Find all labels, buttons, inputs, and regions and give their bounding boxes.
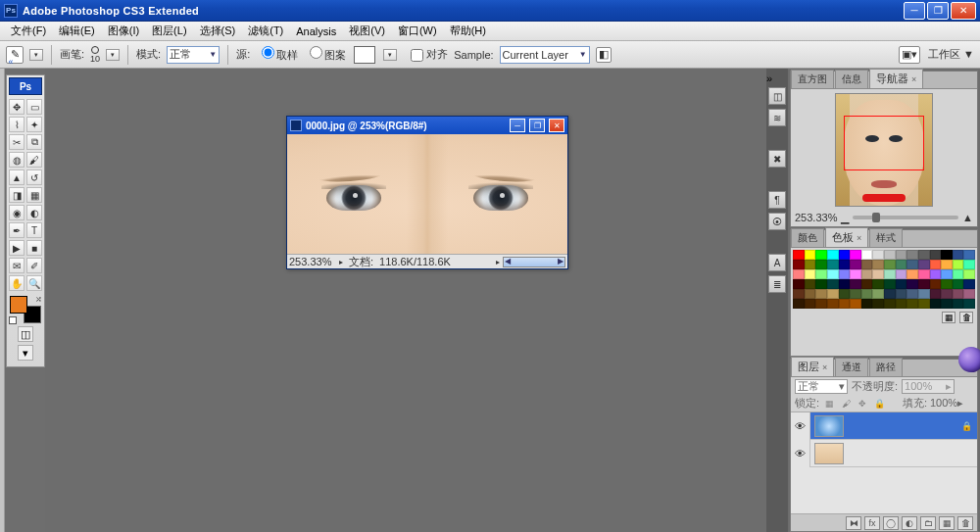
swatch-cell[interactable] [963,299,975,309]
zoom-tool[interactable]: 🔍 [26,275,42,291]
swatch-cell[interactable] [930,279,942,289]
menu-file[interactable]: 文件(F) [5,22,52,40]
swatch-cell[interactable] [941,289,953,299]
swatch-cell[interactable] [953,289,964,299]
swatch-cell[interactable] [839,250,851,260]
heal-tool[interactable]: ◍ [9,152,24,168]
tab-channels[interactable]: 通道 [835,358,868,376]
menu-layer[interactable]: 图层(L) [146,22,192,40]
ignore-adjustment-icon[interactable]: ◧ [596,47,612,63]
screenmode-toggle[interactable]: ▾ [18,345,33,361]
swatch-cell[interactable] [805,299,816,309]
adjustment-layer-button[interactable]: ◐ [902,516,917,530]
history-brush-tool[interactable]: ↺ [26,169,42,185]
swatch-cell[interactable] [918,250,930,260]
swatch-cell[interactable] [839,299,851,309]
swatch-cell[interactable] [827,250,839,260]
path-select-tool[interactable]: ▶ [9,240,24,256]
swatch-cell[interactable] [953,269,964,279]
swatch-cell[interactable] [872,250,884,260]
swatch-cell[interactable] [963,289,975,299]
swatch-cell[interactable] [930,289,942,299]
swatch-cell[interactable] [839,289,851,299]
foreground-color[interactable] [10,296,27,314]
zoom-out-icon[interactable]: ▁ [841,212,849,224]
swatch-cell[interactable] [839,269,851,279]
menu-filter[interactable]: 滤镜(T) [242,22,289,40]
swatch-cell[interactable] [827,269,839,279]
swatch-cell[interactable] [861,250,873,260]
swatch-cell[interactable] [861,299,873,309]
swatch-cell[interactable] [872,279,884,289]
swatch-cell[interactable] [906,250,918,260]
doc-minimize-button[interactable]: ─ [510,119,525,132]
swatch-cell[interactable] [850,289,861,299]
hand-tool[interactable]: ✋ [9,275,24,291]
workspace-menu[interactable]: 工作区 ▼ [928,47,974,62]
swatch-cell[interactable] [872,299,884,309]
color-picker[interactable]: ⤭ [9,295,42,324]
brush-preview-icon[interactable] [91,46,99,54]
tab-navigator[interactable]: 导航器× [869,69,923,88]
swatch-cell[interactable] [839,279,851,289]
eraser-tool[interactable]: ◨ [9,187,24,203]
link-layers-button[interactable]: ⧓ [846,516,861,530]
swatch-cell[interactable] [861,260,873,269]
tool-preset-dropdown[interactable]: ▾ [29,49,43,61]
lock-transparent-icon[interactable]: ▦ [822,397,836,411]
swatch-cell[interactable] [930,299,942,309]
fill-field[interactable]: 100%▸ [930,397,973,410]
swatch-cell[interactable] [827,299,839,309]
new-swatch-button[interactable]: ▦ [942,312,956,323]
sample-select[interactable]: Current Layer▼ [500,46,590,64]
swatch-cell[interactable] [815,269,827,279]
dock-layers-icon[interactable]: ≣ [768,275,786,293]
document-titlebar[interactable]: 0000.jpg @ 253%(RGB/8#) ─ ❐ ✕ [287,117,567,134]
swatch-cell[interactable] [963,269,975,279]
lock-position-icon[interactable]: ✥ [856,397,869,411]
dock-actions-icon[interactable]: ✖ [768,150,786,168]
delete-swatch-button[interactable]: 🗑 [959,312,973,323]
new-layer-button[interactable]: ▦ [939,516,955,530]
swatch-cell[interactable] [906,299,918,309]
visibility-eye-icon[interactable]: 👁 [791,440,810,467]
delete-layer-button[interactable]: 🗑 [957,516,973,530]
layer-mask-button[interactable]: ◯ [883,516,899,530]
menu-analysis[interactable]: Analysis [290,24,342,39]
lock-pixels-icon[interactable]: 🖌 [839,397,853,411]
swatch-cell[interactable] [906,260,918,269]
source-pattern-radio[interactable]: 图案 [304,46,346,63]
doc-maximize-button[interactable]: ❐ [529,119,545,132]
swatch-cell[interactable] [884,260,896,269]
dodge-tool[interactable]: ◐ [26,205,42,220]
swatch-cell[interactable] [953,279,964,289]
zoom-in-icon[interactable]: ▲ [962,212,973,223]
layer-fx-button[interactable]: fx [864,516,880,530]
maximize-button[interactable]: ❐ [927,2,949,20]
swatch-cell[interactable] [827,260,839,269]
brush-tool[interactable]: 🖌 [26,152,42,168]
swatch-cell[interactable] [884,289,896,299]
swatch-cell[interactable] [872,269,884,279]
tab-info[interactable]: 信息 [835,70,868,88]
slice-tool[interactable]: ⧉ [26,134,42,150]
swatch-cell[interactable] [815,289,827,299]
swatch-cell[interactable] [918,279,930,289]
document-canvas[interactable] [287,134,567,254]
swatch-cell[interactable] [963,279,975,289]
swatch-cell[interactable] [941,260,953,269]
swatch-cell[interactable] [896,260,907,269]
swatch-cell[interactable] [896,250,907,260]
swatch-cell[interactable] [918,299,930,309]
pattern-swatch[interactable] [354,46,375,64]
navigator-preview[interactable] [835,93,933,207]
swatch-cell[interactable] [918,260,930,269]
visibility-eye-icon[interactable]: 👁 [791,412,810,440]
swatch-cell[interactable] [884,250,896,260]
navigator-zoom-field[interactable]: 253.33% [795,212,837,223]
swatch-cell[interactable] [896,269,907,279]
tab-layers[interactable]: 图层× [791,357,834,376]
move-tool[interactable]: ✥ [9,99,24,115]
navigator-viewbox[interactable] [844,116,924,170]
layer-row[interactable]: 👁 [791,440,977,467]
